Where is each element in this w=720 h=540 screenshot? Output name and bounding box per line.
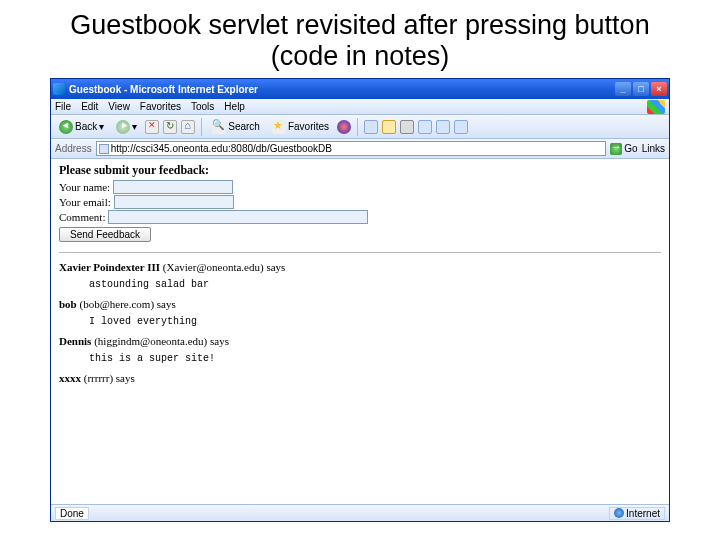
menu-tools[interactable]: Tools xyxy=(191,101,214,112)
edit-button[interactable] xyxy=(418,120,432,134)
url-text: http://csci345.oneonta.edu:8080/db/Guest… xyxy=(111,143,332,154)
mail-button[interactable] xyxy=(382,120,396,134)
entry-says: says xyxy=(116,372,135,384)
slide-title: Guestbook servlet revisited after pressi… xyxy=(0,0,720,78)
url-input[interactable]: http://csci345.oneonta.edu:8080/db/Guest… xyxy=(96,141,607,156)
titlebar: Guestbook - Microsoft Internet Explorer … xyxy=(51,79,669,99)
guestbook-entry: xxxx (rrrrrr) says xyxy=(59,372,661,384)
ie-icon xyxy=(53,83,65,95)
entry-name: bob xyxy=(59,298,77,310)
stop-button[interactable] xyxy=(145,120,159,134)
guestbook-entry: Dennis (higgindm@oneonta.edu) says this … xyxy=(59,335,661,364)
forward-icon xyxy=(116,120,130,134)
discuss-button[interactable] xyxy=(436,120,450,134)
menu-edit[interactable]: Edit xyxy=(81,101,98,112)
comment-label: Comment: xyxy=(59,211,105,223)
search-button[interactable]: Search xyxy=(208,119,264,135)
history-button[interactable] xyxy=(364,120,378,134)
forward-button[interactable]: ▾ xyxy=(112,119,141,135)
name-label: Your name: xyxy=(59,181,110,193)
email-label: Your email: xyxy=(59,196,111,208)
guestbook-entry: bob (bob@here.com) says I loved everythi… xyxy=(59,298,661,327)
separator xyxy=(201,118,202,136)
windows-logo-icon xyxy=(647,100,665,114)
name-input[interactable] xyxy=(113,180,233,194)
page-content: Please submit your feedback: Your name: … xyxy=(51,159,669,504)
home-button[interactable] xyxy=(181,120,195,134)
email-input[interactable] xyxy=(114,195,234,209)
status-done: Done xyxy=(55,507,89,520)
entry-message: astounding salad bar xyxy=(89,279,661,290)
menubar: File Edit View Favorites Tools Help xyxy=(51,99,669,115)
entry-says: says xyxy=(266,261,285,273)
entry-message: this is a super site! xyxy=(89,353,661,364)
separator xyxy=(357,118,358,136)
browser-window: Guestbook - Microsoft Internet Explorer … xyxy=(50,78,670,522)
toolbar: Back ▾ ▾ Search Favorites xyxy=(51,115,669,139)
entry-message: I loved everything xyxy=(89,316,661,327)
menu-favorites[interactable]: Favorites xyxy=(140,101,181,112)
entry-email: Xavier@oneonta.edu xyxy=(166,261,260,273)
entry-name: xxxx xyxy=(59,372,81,384)
menu-help[interactable]: Help xyxy=(224,101,245,112)
menu-view[interactable]: View xyxy=(108,101,130,112)
back-icon xyxy=(59,120,73,134)
window-title: Guestbook - Microsoft Internet Explorer xyxy=(69,84,615,95)
status-zone: Internet xyxy=(609,507,665,520)
refresh-button[interactable] xyxy=(163,120,177,134)
media-button[interactable] xyxy=(337,120,351,134)
star-icon xyxy=(272,120,286,134)
favorites-button[interactable]: Favorites xyxy=(268,119,333,135)
page-icon xyxy=(99,144,109,154)
entry-email: bob@here.com xyxy=(83,298,150,310)
print-button[interactable] xyxy=(400,120,414,134)
menu-file[interactable]: File xyxy=(55,101,71,112)
entry-name: Dennis xyxy=(59,335,91,347)
entry-says: says xyxy=(157,298,176,310)
globe-icon xyxy=(614,508,624,518)
send-feedback-button[interactable]: Send Feedback xyxy=(59,227,151,242)
search-icon xyxy=(212,120,226,134)
go-button[interactable]: Go xyxy=(610,143,637,155)
maximize-button[interactable]: □ xyxy=(633,82,649,96)
entry-email: rrrrrr xyxy=(87,372,109,384)
comment-input[interactable] xyxy=(108,210,368,224)
messenger-button[interactable] xyxy=(454,120,468,134)
links-label[interactable]: Links xyxy=(642,143,665,154)
minimize-button[interactable]: _ xyxy=(615,82,631,96)
entry-name: Xavier Poindexter III xyxy=(59,261,160,273)
address-label: Address xyxy=(55,143,92,154)
form-heading: Please submit your feedback: xyxy=(59,163,661,178)
entry-says: says xyxy=(210,335,229,347)
back-button[interactable]: Back ▾ xyxy=(55,119,108,135)
address-bar: Address http://csci345.oneonta.edu:8080/… xyxy=(51,139,669,159)
close-button[interactable]: × xyxy=(651,82,667,96)
go-icon xyxy=(610,143,622,155)
status-bar: Done Internet xyxy=(51,504,669,521)
entry-email: higgindm@oneonta.edu xyxy=(98,335,204,347)
divider xyxy=(59,252,661,253)
guestbook-entry: Xavier Poindexter III (Xavier@oneonta.ed… xyxy=(59,261,661,290)
